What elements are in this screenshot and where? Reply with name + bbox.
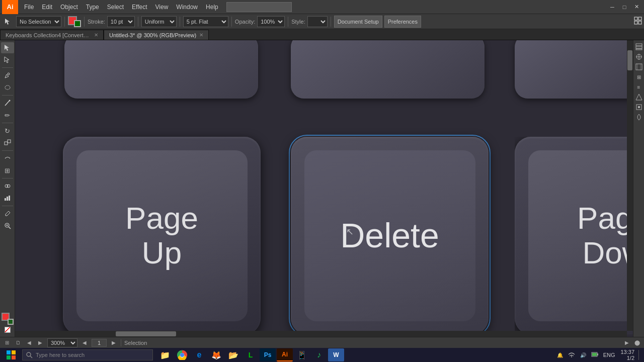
status-right-btn[interactable]: ▶ [623, 339, 631, 347]
zoom-tool[interactable] [1, 220, 14, 231]
zoom-select[interactable]: 300% [47, 338, 77, 347]
style-select[interactable] [307, 16, 328, 27]
nav-prev-button[interactable]: ◀ [25, 339, 33, 347]
page-number-input[interactable] [92, 339, 107, 347]
lasso-tool[interactable] [1, 82, 14, 93]
minimize-button[interactable]: ─ [607, 2, 618, 13]
graph-tool[interactable] [1, 193, 14, 204]
tab-keyboards-collection[interactable]: Keyboards Collection4 [Converted].eps* @… [0, 30, 104, 40]
rotate-tool[interactable]: ↻ [1, 125, 14, 136]
right-panel-btn-6[interactable] [634, 93, 643, 102]
key-top-center[interactable] [291, 40, 485, 99]
key-top-right[interactable] [515, 40, 633, 99]
stroke-style-select[interactable]: 5 pt. Flat [183, 16, 228, 27]
svg-rect-44 [592, 353, 597, 356]
right-panel-btn-7[interactable] [634, 103, 643, 112]
taskbar-photoshop-btn[interactable]: Ps [260, 348, 276, 361]
v-scrollbar[interactable] [627, 40, 633, 331]
menu-search-input[interactable] [226, 2, 292, 12]
selection-tool[interactable] [1, 42, 14, 53]
menu-help[interactable]: Help [202, 0, 222, 14]
nav-page-prev[interactable]: ◀ [80, 339, 89, 347]
clock-time: 13:37 [620, 349, 634, 355]
menu-object[interactable]: Object [56, 0, 82, 14]
taskbar-line-btn[interactable]: L [243, 348, 259, 361]
taskbar-firefox-btn[interactable]: 🦊 [208, 348, 224, 361]
nav-next-button[interactable]: ▶ [36, 339, 44, 347]
right-panel-btn-3[interactable] [634, 62, 643, 71]
h-scrollbar[interactable] [15, 331, 627, 337]
pencil-tool[interactable]: ✏ [1, 110, 14, 121]
taskbar-chrome-btn[interactable] [174, 348, 190, 361]
svg-rect-4 [638, 21, 641, 24]
taskbar-edge-btn[interactable]: e [191, 348, 207, 361]
fill-color-swatch[interactable] [68, 16, 81, 27]
taskbar-lang-label[interactable]: ENG [602, 352, 617, 358]
svg-marker-0 [5, 19, 10, 25]
right-panel-btn-8[interactable] [634, 113, 643, 122]
document-setup-button[interactable]: Document Setup [334, 16, 382, 28]
right-panel-btn-4[interactable]: ⊞ [634, 72, 643, 81]
menu-edit[interactable]: Edit [38, 0, 56, 14]
tab-close-1[interactable]: ✕ [94, 32, 98, 38]
key-page-up-outer[interactable]: PageUp [63, 137, 261, 334]
preferences-button[interactable]: Preferences [384, 16, 421, 28]
pen-tool[interactable] [1, 70, 14, 81]
direct-selection-tool[interactable] [1, 54, 14, 65]
tab-close-2[interactable]: ✕ [199, 32, 203, 38]
warp-tool[interactable] [1, 153, 14, 164]
status-end-btn[interactable]: ⬤ [633, 339, 641, 347]
taskbar-spotify-btn[interactable]: ♪ [311, 348, 327, 361]
right-panel-btn-1[interactable] [634, 42, 643, 51]
taskbar-explorer-btn[interactable]: 📁 [157, 348, 173, 361]
toolbar-separator-6 [288, 17, 288, 27]
close-button[interactable]: ✕ [631, 2, 642, 13]
taskbar-battery-icon[interactable] [590, 351, 600, 359]
show-desktop-btn[interactable] [638, 350, 642, 360]
maximize-button[interactable]: □ [619, 2, 630, 13]
free-transform-tool[interactable]: ⊞ [1, 165, 14, 176]
fill-stroke-swatch[interactable] [2, 313, 14, 325]
none-swatch[interactable] [5, 327, 11, 333]
key-top-left[interactable] [64, 40, 258, 99]
taskbar-notify-icon[interactable]: 🔔 [555, 352, 565, 358]
right-panel-btn-5[interactable]: ≡ [634, 82, 643, 92]
nav-first-button[interactable]: ⊞ [3, 339, 11, 347]
taskbar-folder-btn[interactable]: 📂 [225, 348, 242, 361]
scale-tool[interactable] [1, 137, 14, 148]
right-panel-btn-2[interactable] [634, 52, 643, 61]
opacity-select[interactable]: 100% [257, 16, 285, 27]
menu-select[interactable]: Select [103, 0, 128, 14]
taskbar-facetime-btn[interactable]: 📱 [294, 348, 310, 361]
key-container-page-down: PageDow [515, 137, 633, 334]
menu-window[interactable]: Window [172, 0, 202, 14]
selection-mode-select[interactable]: No Selection [16, 16, 61, 27]
menu-type[interactable]: Type [82, 0, 103, 14]
taskbar-clock[interactable]: 13:37 1/2 [618, 349, 636, 361]
taskbar-word-btn[interactable]: W [328, 348, 344, 361]
key-delete-outer[interactable]: Delete [291, 137, 489, 334]
taskbar-network-icon[interactable] [567, 351, 577, 359]
eyedropper-tool[interactable] [1, 208, 14, 219]
menu-effect[interactable]: Effect [128, 0, 151, 14]
tab-untitled-3[interactable]: Untitled-3* @ 300% (RGB/Preview) ✕ [104, 30, 209, 40]
tab-label-1: Keyboards Collection4 [Converted].eps* @… [6, 32, 91, 38]
taskbar-volume-icon[interactable]: 🔊 [579, 352, 588, 358]
paintbrush-tool[interactable] [1, 98, 14, 109]
selection-status: Selection [124, 340, 147, 346]
taskbar-illustrator-btn[interactable]: Ai [277, 348, 293, 361]
menu-view[interactable]: View [151, 0, 173, 14]
menu-file[interactable]: File [20, 0, 38, 14]
selection-tool-btn[interactable] [2, 16, 14, 28]
shape-builder-tool[interactable] [1, 180, 14, 192]
nav-page-next[interactable]: ▶ [110, 339, 118, 347]
stroke-size-select[interactable]: 10 pt [107, 16, 135, 27]
v-scroll-thumb[interactable] [627, 50, 632, 70]
arrange-icon[interactable] [634, 17, 642, 27]
h-scroll-thumb[interactable] [116, 331, 176, 336]
key-page-down-outer[interactable]: PageDow [515, 137, 633, 334]
nav-page-icon[interactable]: 🗋 [14, 339, 22, 347]
taskbar-search[interactable]: Type here to search [22, 349, 153, 360]
start-button[interactable] [2, 348, 20, 362]
stroke-type-select[interactable]: Uniform [141, 16, 177, 27]
